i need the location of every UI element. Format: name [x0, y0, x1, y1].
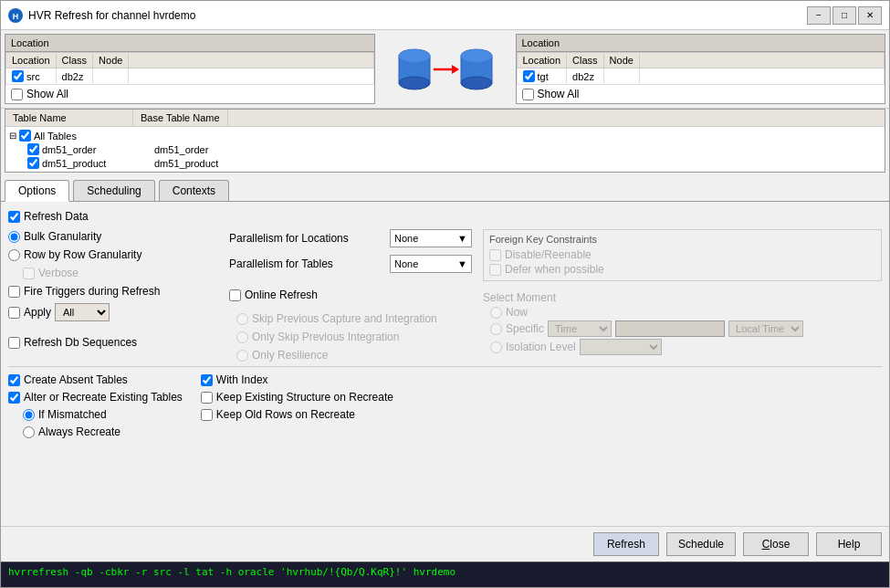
all-tables-checkbox[interactable]: [19, 130, 31, 142]
online-refresh-label: Online Refresh: [245, 289, 318, 301]
tree-expand-icon: ⊟: [9, 131, 16, 141]
dest-show-all-checkbox[interactable]: [522, 89, 534, 100]
parallelism-locations-dropdown[interactable]: None ▼: [390, 229, 472, 247]
svg-point-4: [399, 77, 430, 89]
col-base-table-name: Base Table Name: [133, 110, 228, 126]
minimize-button[interactable]: −: [807, 6, 831, 25]
create-absent-checkbox[interactable]: [8, 374, 20, 386]
refresh-db-seq-row: Refresh Db Sequences: [8, 335, 218, 350]
tab-scheduling[interactable]: Scheduling: [73, 180, 154, 201]
tab-options[interactable]: Options: [5, 180, 69, 202]
help-button-label: Help: [838, 538, 861, 551]
command-line-text: hvrrefresh -qb -cbkr -r src -l tat -h or…: [8, 566, 455, 578]
help-button[interactable]: Help: [816, 532, 882, 556]
spacer3: [229, 306, 472, 308]
always-recreate-radio[interactable]: [23, 426, 35, 438]
specific-row: Specific Time SCN LSN Local Time UTC: [490, 320, 882, 338]
dest-checkbox[interactable]: [523, 70, 535, 82]
separator: [8, 366, 882, 367]
refresh-db-seq-checkbox[interactable]: [8, 337, 20, 349]
online-refresh-checkbox[interactable]: [229, 289, 241, 301]
source-col-location: Location: [6, 53, 57, 68]
source-empty-cell: [129, 68, 373, 85]
specific-radio[interactable]: [490, 323, 502, 335]
table-row: dm51_product dm51_product: [5, 156, 885, 170]
specific-time-input[interactable]: [615, 320, 725, 337]
close-window-button[interactable]: ✕: [858, 6, 882, 25]
disable-reenable-checkbox[interactable]: [489, 249, 501, 261]
verbose-checkbox[interactable]: [23, 268, 35, 279]
refresh-data-label: Refresh Data: [24, 210, 89, 223]
window-title: HVR Refresh for channel hvrdemo: [28, 9, 801, 22]
select-moment-section: Select Moment Now Specific Time SCN: [483, 290, 882, 356]
specific-label: Specific: [506, 322, 544, 335]
dm51-product-name: dm51_product: [42, 158, 152, 169]
source-col-class: Class: [56, 53, 93, 68]
specific-time-dropdown[interactable]: Time SCN LSN: [548, 320, 612, 337]
spacer2: [229, 280, 472, 284]
source-node-cell: [93, 68, 129, 85]
fire-triggers-checkbox[interactable]: [8, 286, 20, 298]
source-panel-header: Location: [5, 35, 374, 52]
tables-header: Table Name Base Table Name: [5, 110, 885, 127]
dest-cylinder-icon: [459, 47, 494, 92]
options-col-3: Foreign Key Constraints Disable/Reenable…: [483, 229, 882, 362]
with-index-checkbox[interactable]: [201, 374, 213, 386]
source-show-all-checkbox[interactable]: [11, 89, 23, 100]
now-radio[interactable]: [490, 307, 502, 319]
dest-check-label[interactable]: tgt: [523, 70, 561, 82]
parallelism-tables-dropdown[interactable]: None ▼: [390, 255, 472, 273]
arrow-area: [379, 30, 512, 108]
if-mismatched-row: If Mismatched: [23, 407, 183, 422]
if-mismatched-radio[interactable]: [23, 409, 35, 421]
skip-capture-radio[interactable]: [236, 313, 248, 325]
dest-empty-cell: [639, 68, 884, 85]
bulk-granularity-radio[interactable]: [8, 231, 20, 243]
only-resilience-label: Only Resilience: [252, 349, 328, 362]
now-label: Now: [506, 306, 528, 319]
arrow-icon: [432, 60, 459, 79]
apply-dropdown[interactable]: All None: [55, 303, 110, 321]
only-resilience-radio[interactable]: [236, 350, 248, 362]
dest-panel: Location Location Class Node: [516, 34, 886, 104]
schedule-button[interactable]: Schedule: [666, 532, 736, 556]
select-moment-label: Select Moment: [483, 291, 556, 304]
alter-recreate-checkbox[interactable]: [8, 392, 20, 404]
svg-point-10: [461, 77, 492, 89]
verbose-row: Verbose: [23, 266, 218, 280]
source-row-check-cell: src: [6, 68, 57, 85]
refresh-button[interactable]: Refresh: [593, 532, 659, 556]
dest-col-location: Location: [517, 53, 567, 68]
dm51-product-checkbox[interactable]: [27, 157, 39, 169]
row-by-row-radio[interactable]: [8, 249, 20, 261]
only-skip-integration-row: Only Skip Previous Integration: [236, 330, 472, 344]
close-button[interactable]: Close: [743, 532, 809, 556]
only-skip-integration-radio[interactable]: [236, 331, 248, 343]
tab-contexts[interactable]: Contexts: [159, 180, 229, 201]
fk-title: Foreign Key Constraints: [489, 234, 875, 245]
local-time-dropdown[interactable]: Local Time UTC: [728, 320, 803, 337]
isolation-level-dropdown[interactable]: [580, 339, 662, 355]
keep-old-rows-checkbox[interactable]: [201, 409, 213, 421]
source-col-node: Node: [93, 53, 129, 68]
create-section: Create Absent Tables Alter or Recreate E…: [8, 373, 882, 439]
dest-col-node: Node: [603, 53, 639, 68]
source-checkbox[interactable]: [12, 70, 24, 82]
dest-location-value: tgt: [538, 71, 549, 82]
refresh-button-label: Refresh: [607, 538, 645, 551]
apply-checkbox[interactable]: [8, 307, 20, 319]
dm51-order-checkbox[interactable]: [27, 143, 39, 155]
keep-existing-checkbox[interactable]: [201, 392, 213, 404]
disable-reenable-row: Disable/Reenable: [489, 247, 875, 262]
refresh-data-checkbox[interactable]: [8, 211, 20, 223]
select-moment-row: Select Moment: [483, 290, 882, 305]
keep-existing-row: Keep Existing Structure on Recreate: [201, 390, 393, 404]
close-button-label: Close: [762, 538, 791, 551]
maximize-button[interactable]: □: [832, 6, 856, 25]
source-check-label[interactable]: src: [12, 70, 50, 82]
isolation-level-radio[interactable]: [490, 341, 502, 353]
skip-capture-label: Skip Previous Capture and Integration: [252, 312, 437, 325]
all-tables-label: All Tables: [34, 131, 77, 142]
defer-when-possible-checkbox[interactable]: [489, 264, 501, 276]
command-line: hvrrefresh -qb -cbkr -r src -l tat -h or…: [1, 562, 889, 587]
